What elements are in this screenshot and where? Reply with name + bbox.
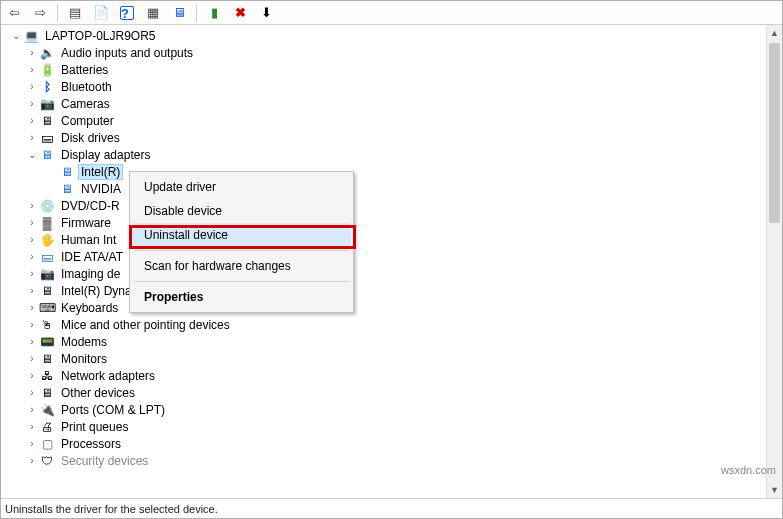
tree-category-item[interactable]: ›🔉Audio inputs and outputs — [5, 44, 766, 61]
collapse-icon[interactable]: ⌄ — [9, 29, 23, 43]
update-icon[interactable]: ⬇ — [255, 3, 277, 23]
tree-category-item[interactable]: ›💿DVD/CD-R — [5, 197, 766, 214]
expand-icon[interactable]: › — [25, 301, 39, 315]
toolbar: ⇦⇨▤📄?▦🖥▮✖⬇ — [1, 1, 782, 25]
tree-category-item[interactable]: ›📷Imaging de — [5, 265, 766, 282]
tree-category-item[interactable]: ›🖥Intel(R) Dynamic Platform and Thermal … — [5, 282, 766, 299]
device-icon: 🔉 — [39, 45, 55, 61]
expand-icon[interactable]: › — [25, 369, 39, 383]
expand-icon[interactable]: › — [25, 352, 39, 366]
expand-icon[interactable]: › — [25, 199, 39, 213]
expand-icon[interactable]: › — [25, 420, 39, 434]
tree-item-label: NVIDIA — [79, 182, 123, 196]
tree-item-label: Modems — [59, 335, 109, 349]
tree-category-item[interactable]: ›⌨Keyboards — [5, 299, 766, 316]
tree-item-label: Computer — [59, 114, 116, 128]
tree-category-item[interactable]: ›📟Modems — [5, 333, 766, 350]
tree-category-item[interactable]: ›🖧Network adapters — [5, 367, 766, 384]
expand-icon[interactable]: › — [25, 335, 39, 349]
tree-item-label: Security devices — [59, 454, 150, 468]
refresh-icon[interactable]: ▦ — [142, 3, 164, 23]
expand-icon[interactable]: › — [25, 63, 39, 77]
menu-separator — [134, 281, 349, 282]
tree-item-label: Imaging de — [59, 267, 122, 281]
scroll-thumb[interactable] — [769, 43, 780, 223]
status-text: Uninstalls the driver for the selected d… — [5, 503, 218, 515]
expand-icon[interactable]: › — [25, 403, 39, 417]
device-icon: 🖥 — [39, 385, 55, 401]
tree-device-item[interactable]: 🖥NVIDIA — [5, 180, 766, 197]
tree-category-item[interactable]: ›🖱Mice and other pointing devices — [5, 316, 766, 333]
tree-category-item[interactable]: ›🖥Monitors — [5, 350, 766, 367]
tree-category-item[interactable]: ›🔋Batteries — [5, 61, 766, 78]
device-icon: 🖥 — [39, 113, 55, 129]
expand-icon[interactable]: › — [25, 80, 39, 94]
vertical-scrollbar[interactable]: ▲ ▼ — [766, 25, 782, 498]
no-expand — [45, 165, 59, 179]
menu-item-properties[interactable]: Properties — [132, 285, 351, 309]
device-icon: 📷 — [39, 266, 55, 282]
tree-root[interactable]: ⌄💻LAPTOP-0LJR9OR5 — [5, 27, 766, 44]
tree-item-label: Human Int — [59, 233, 118, 247]
tree-item-label: Network adapters — [59, 369, 157, 383]
help-icon[interactable]: ? — [116, 3, 138, 23]
menu-item-update-driver[interactable]: Update driver — [132, 175, 351, 199]
tree-category-item[interactable]: ›🛡Security devices — [5, 452, 766, 469]
expand-icon[interactable]: › — [25, 454, 39, 468]
tree-item-label: LAPTOP-0LJR9OR5 — [43, 29, 158, 43]
expand-icon[interactable]: › — [25, 131, 39, 145]
scroll-up-icon[interactable]: ▲ — [767, 25, 782, 41]
expand-icon[interactable]: › — [25, 114, 39, 128]
tree-item-label: Intel(R) — [79, 165, 122, 179]
device-icon: 🖥 — [39, 351, 55, 367]
expand-icon[interactable]: › — [25, 267, 39, 281]
expand-icon[interactable]: › — [25, 216, 39, 230]
tree-category-item[interactable]: ›🖨Print queues — [5, 418, 766, 435]
tree-category-item[interactable]: ›📷Cameras — [5, 95, 766, 112]
tree-device-item[interactable]: 🖥Intel(R) — [5, 163, 766, 180]
tree-item-label: Mice and other pointing devices — [59, 318, 232, 332]
expand-icon[interactable]: › — [25, 284, 39, 298]
tree-category-item[interactable]: ›🔌Ports (COM & LPT) — [5, 401, 766, 418]
tree-category-item[interactable]: ›ᛒBluetooth — [5, 78, 766, 95]
menu-item-uninstall-device[interactable]: Uninstall device — [132, 223, 351, 247]
expand-icon[interactable]: › — [25, 386, 39, 400]
properties-icon[interactable]: 📄 — [90, 3, 112, 23]
expand-icon[interactable]: › — [25, 46, 39, 60]
scan-icon[interactable]: 🖥 — [168, 3, 190, 23]
watermark: wsxdn.com — [721, 464, 776, 476]
show-hidden-icon[interactable]: ▤ — [64, 3, 86, 23]
tree-category-item[interactable]: ›🖴IDE ATA/AT — [5, 248, 766, 265]
expand-icon[interactable]: › — [25, 233, 39, 247]
tree-category-item[interactable]: ›▢Processors — [5, 435, 766, 452]
tree-category-item[interactable]: ›🖥Other devices — [5, 384, 766, 401]
tree-item-label: Cameras — [59, 97, 112, 111]
expand-icon[interactable]: › — [25, 318, 39, 332]
tree-item-label: Disk drives — [59, 131, 122, 145]
tree-item-label: IDE ATA/AT — [59, 250, 125, 264]
tree-category-item[interactable]: ›🖐Human Int — [5, 231, 766, 248]
tree-category-item[interactable]: ⌄🖥Display adapters — [5, 146, 766, 163]
expand-icon[interactable]: › — [25, 250, 39, 264]
tree-category-item[interactable]: ›🖥Computer — [5, 112, 766, 129]
menu-item-scan-for-hardware-changes[interactable]: Scan for hardware changes — [132, 254, 351, 278]
disable-icon[interactable]: ✖ — [229, 3, 251, 23]
toolbar-separator — [196, 4, 197, 22]
tree-item-label: Firmware — [59, 216, 113, 230]
menu-item-disable-device[interactable]: Disable device — [132, 199, 351, 223]
tree-category-item[interactable]: ›🖴Disk drives — [5, 129, 766, 146]
device-icon: 📷 — [39, 96, 55, 112]
menu-separator — [134, 250, 349, 251]
device-icon: 🖥 — [59, 181, 75, 197]
collapse-icon[interactable]: ⌄ — [25, 148, 39, 162]
no-expand — [45, 182, 59, 196]
forward-icon[interactable]: ⇨ — [29, 3, 51, 23]
back-icon[interactable]: ⇦ — [3, 3, 25, 23]
enable-icon[interactable]: ▮ — [203, 3, 225, 23]
expand-icon[interactable]: › — [25, 437, 39, 451]
expand-icon[interactable]: › — [25, 97, 39, 111]
scroll-down-icon[interactable]: ▼ — [767, 482, 782, 498]
tree-item-label: Processors — [59, 437, 123, 451]
device-icon: 🖥 — [39, 147, 55, 163]
tree-category-item[interactable]: ›▓Firmware — [5, 214, 766, 231]
